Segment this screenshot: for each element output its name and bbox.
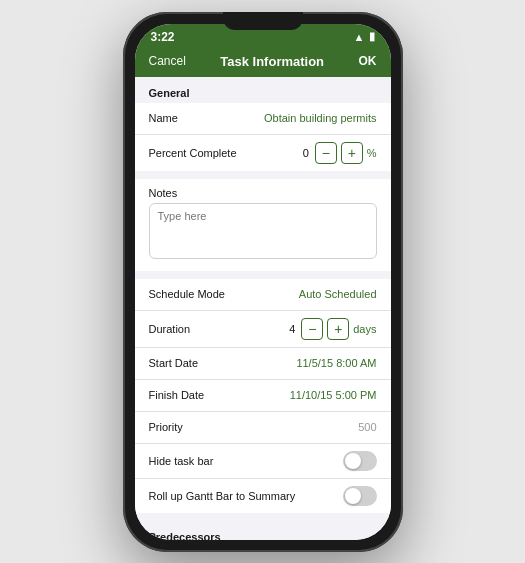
status-time: 3:22 — [151, 30, 175, 44]
general-section-header: General — [135, 77, 391, 103]
duration-stepper: 4 − + days — [287, 318, 376, 340]
roll-up-toggle[interactable] — [343, 486, 377, 506]
percent-row: Percent Complete 0 − + % — [135, 135, 391, 171]
duration-minus-button[interactable]: − — [301, 318, 323, 340]
priority-label: Priority — [149, 421, 183, 433]
percent-label: Percent Complete — [149, 147, 237, 159]
hide-task-bar-label: Hide task bar — [149, 455, 214, 467]
percent-minus-button[interactable]: − — [315, 142, 337, 164]
percent-stepper: 0 − + % — [301, 142, 377, 164]
duration-value: 4 — [287, 323, 297, 335]
status-icons: ▲ ▮ — [354, 30, 375, 43]
notes-area: Notes — [135, 179, 391, 271]
roll-up-label: Roll up Gantt Bar to Summary — [149, 490, 296, 502]
start-date-row: Start Date 11/5/15 8:00 AM — [135, 348, 391, 380]
schedule-mode-label: Schedule Mode — [149, 288, 225, 300]
phone-screen: 3:22 ▲ ▮ Cancel Task Information OK Gene… — [135, 24, 391, 540]
notes-label: Notes — [149, 187, 377, 199]
name-row: Name Obtain building permits — [135, 103, 391, 135]
hide-task-bar-toggle[interactable] — [343, 451, 377, 471]
phone-shell: 3:22 ▲ ▮ Cancel Task Information OK Gene… — [123, 12, 403, 552]
duration-suffix: days — [353, 323, 376, 335]
name-label: Name — [149, 112, 178, 124]
schedule-mode-row: Schedule Mode Auto Scheduled — [135, 279, 391, 311]
name-value[interactable]: Obtain building permits — [264, 112, 377, 124]
duration-plus-button[interactable]: + — [327, 318, 349, 340]
notch — [223, 12, 303, 30]
finish-date-label: Finish Date — [149, 389, 205, 401]
start-date-value[interactable]: 11/5/15 8:00 AM — [296, 357, 376, 369]
percent-value: 0 — [301, 147, 311, 159]
percent-suffix: % — [367, 147, 377, 159]
ok-button[interactable]: OK — [358, 54, 376, 68]
schedule-mode-value[interactable]: Auto Scheduled — [299, 288, 377, 300]
finish-date-value[interactable]: 11/10/15 5:00 PM — [290, 389, 377, 401]
hide-task-bar-row: Hide task bar — [135, 444, 391, 479]
duration-label: Duration — [149, 323, 191, 335]
battery-icon: ▮ — [369, 30, 375, 43]
general-card: Name Obtain building permits Percent Com… — [135, 103, 391, 171]
notes-input[interactable] — [149, 203, 377, 259]
roll-up-row: Roll up Gantt Bar to Summary — [135, 479, 391, 513]
cancel-button[interactable]: Cancel — [149, 54, 186, 68]
schedule-card: Schedule Mode Auto Scheduled Duration 4 … — [135, 279, 391, 513]
priority-row: Priority 500 — [135, 412, 391, 444]
nav-bar: Cancel Task Information OK — [135, 48, 391, 77]
duration-row: Duration 4 − + days — [135, 311, 391, 348]
roll-up-toggle-knob — [345, 488, 361, 504]
wifi-icon: ▲ — [354, 31, 365, 43]
nav-title: Task Information — [220, 54, 324, 69]
content: General Name Obtain building permits Per… — [135, 77, 391, 540]
start-date-label: Start Date — [149, 357, 199, 369]
toggle-knob — [345, 453, 361, 469]
finish-date-row: Finish Date 11/10/15 5:00 PM — [135, 380, 391, 412]
predecessors-section-header: Predecessors — [135, 521, 391, 540]
percent-plus-button[interactable]: + — [341, 142, 363, 164]
priority-value[interactable]: 500 — [358, 421, 376, 433]
